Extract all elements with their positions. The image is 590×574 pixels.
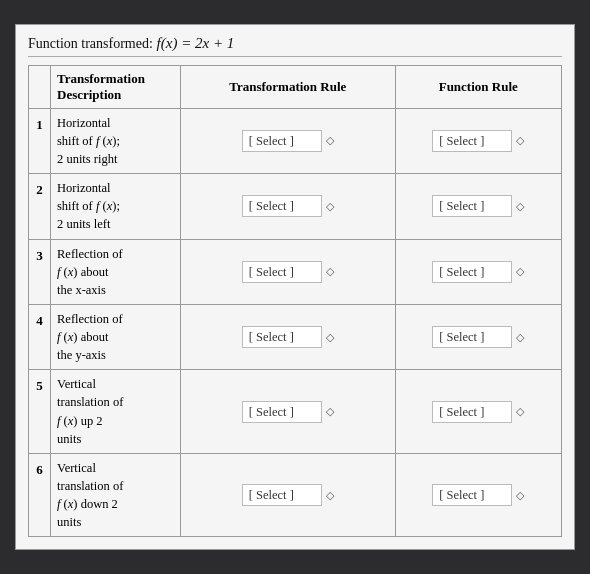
row-1-num: 1 (29, 108, 51, 173)
row-6-func-chevron[interactable]: ◇ (516, 489, 524, 502)
col-desc-header: Transformation Description (51, 65, 181, 108)
row-4-func-chevron[interactable]: ◇ (516, 331, 524, 344)
row-3-func-chevron[interactable]: ◇ (516, 265, 524, 278)
row-4-rule-cell: [ Select ]◇ (181, 304, 396, 369)
row-6-func-select[interactable]: [ Select ] (432, 484, 512, 506)
row-1-func-chevron[interactable]: ◇ (516, 134, 524, 147)
row-6-rule-chevron[interactable]: ◇ (326, 489, 334, 502)
row-2-func-chevron[interactable]: ◇ (516, 200, 524, 213)
row-1-rule-cell: [ Select ]◇ (181, 108, 396, 173)
row-1-rule-select[interactable]: [ Select ] (242, 130, 322, 152)
col-num-header (29, 65, 51, 108)
row-2-rule-select[interactable]: [ Select ] (242, 195, 322, 217)
row-6-desc: Verticaltranslation off (x) down 2units (51, 453, 181, 537)
col-rule-header: Transformation Rule (181, 65, 396, 108)
row-2-rule-chevron[interactable]: ◇ (326, 200, 334, 213)
col-func-header: Function Rule (395, 65, 562, 108)
transformation-table: Transformation Description Transformatio… (28, 65, 562, 538)
row-5-func-cell: [ Select ]◇ (395, 370, 562, 454)
row-6-num: 6 (29, 453, 51, 537)
row-1-desc: Horizontalshift of f (x);2 units right (51, 108, 181, 173)
row-5-rule-select[interactable]: [ Select ] (242, 401, 322, 423)
row-4-rule-chevron[interactable]: ◇ (326, 331, 334, 344)
row-6-rule-cell: [ Select ]◇ (181, 453, 396, 537)
row-4-desc: Reflection off (x) aboutthe y-axis (51, 304, 181, 369)
row-5-desc: Verticaltranslation off (x) up 2units (51, 370, 181, 454)
row-5-func-select[interactable]: [ Select ] (432, 401, 512, 423)
row-4-func-cell: [ Select ]◇ (395, 304, 562, 369)
row-2-func-cell: [ Select ]◇ (395, 174, 562, 239)
function-title: Function transformed: f(x) = 2x + 1 (28, 35, 562, 57)
row-2-rule-cell: [ Select ]◇ (181, 174, 396, 239)
row-3-rule-chevron[interactable]: ◇ (326, 265, 334, 278)
row-4-num: 4 (29, 304, 51, 369)
row-5-num: 5 (29, 370, 51, 454)
row-2-func-select[interactable]: [ Select ] (432, 195, 512, 217)
row-3-desc: Reflection off (x) aboutthe x-axis (51, 239, 181, 304)
title-expression: f(x) = 2x + 1 (157, 35, 235, 51)
row-3-rule-cell: [ Select ]◇ (181, 239, 396, 304)
row-1-func-cell: [ Select ]◇ (395, 108, 562, 173)
row-4-rule-select[interactable]: [ Select ] (242, 326, 322, 348)
row-6-rule-select[interactable]: [ Select ] (242, 484, 322, 506)
row-3-num: 3 (29, 239, 51, 304)
row-3-func-select[interactable]: [ Select ] (432, 261, 512, 283)
row-3-func-cell: [ Select ]◇ (395, 239, 562, 304)
row-5-rule-chevron[interactable]: ◇ (326, 405, 334, 418)
row-1-rule-chevron[interactable]: ◇ (326, 134, 334, 147)
row-3-rule-select[interactable]: [ Select ] (242, 261, 322, 283)
row-1-func-select[interactable]: [ Select ] (432, 130, 512, 152)
title-prefix: Function transformed: (28, 36, 153, 51)
row-5-func-chevron[interactable]: ◇ (516, 405, 524, 418)
row-2-num: 2 (29, 174, 51, 239)
main-card: Function transformed: f(x) = 2x + 1 Tran… (15, 24, 575, 551)
row-5-rule-cell: [ Select ]◇ (181, 370, 396, 454)
row-2-desc: Horizontalshift of f (x);2 units left (51, 174, 181, 239)
row-4-func-select[interactable]: [ Select ] (432, 326, 512, 348)
row-6-func-cell: [ Select ]◇ (395, 453, 562, 537)
